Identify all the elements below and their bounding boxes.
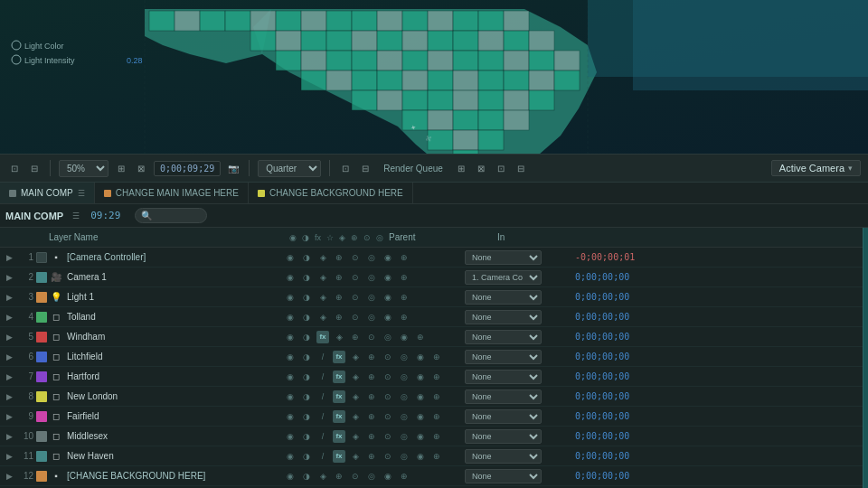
row-expand-9[interactable]: ▶: [4, 432, 14, 441]
svg-rect-16: [453, 11, 478, 31]
row-in-time-7: 0;00;00;00: [570, 391, 660, 401]
svg-rect-29: [504, 31, 529, 51]
sw-chain-7: ⊕: [430, 390, 443, 403]
svg-rect-30: [529, 31, 554, 51]
toolbar-icon-3[interactable]: ⊞: [114, 161, 128, 175]
switch-icon-6-4: ◈: [349, 371, 362, 383]
svg-rect-59: [478, 90, 504, 110]
table-row[interactable]: ▶ 10 ◻ Middlesex ◉◑/fx◈⊕⊙◎ ◉ ⊕ None 0;00…: [0, 427, 868, 446]
switch-icon-3: fx: [315, 233, 321, 242]
svg-rect-13: [377, 11, 402, 31]
toolbar-camera-icon[interactable]: 📷: [226, 161, 241, 175]
toolbar-icon-5[interactable]: ⊡: [338, 161, 353, 175]
row-expand-0[interactable]: ▶: [4, 253, 14, 262]
switch-icon-0-1: ◑: [300, 251, 313, 264]
tab-change-background[interactable]: CHANGE BACKGROUND HERE: [249, 183, 413, 203]
row-switches-8: ◉◑/fx◈⊕⊙◎ ◉ ⊕: [280, 410, 461, 423]
row-color-11: [36, 471, 47, 482]
svg-rect-22: [326, 31, 352, 51]
switch-icon-7: ⊙: [363, 233, 371, 242]
parent-select-4[interactable]: None: [465, 330, 542, 344]
tab-main-comp[interactable]: MAIN COMP ☰: [0, 183, 95, 203]
toolbar-icon-4[interactable]: ⊠: [134, 161, 148, 175]
table-row[interactable]: ▶ 2 🎥 Camera 1 ◉◑◈⊕⊙◎ ◉ ⊕ 1. Camera Co… …: [0, 267, 868, 287]
svg-text:Light Intensity: Light Intensity: [24, 56, 75, 65]
row-in-time-6: 0;00;00;00: [570, 371, 660, 381]
parent-select-9[interactable]: None: [465, 429, 542, 444]
parent-select-0[interactable]: None: [465, 250, 542, 265]
parent-select-2[interactable]: None: [465, 290, 542, 305]
row-num-8: 9: [17, 411, 33, 421]
row-expand-8[interactable]: ▶: [4, 412, 14, 421]
row-expand-6[interactable]: ▶: [4, 372, 14, 381]
table-row[interactable]: ▶ 3 💡 Light 1 ◉◑◈⊕⊙◎ ◉ ⊕ None 0;00;00;00: [0, 287, 868, 307]
row-expand-7[interactable]: ▶: [4, 392, 14, 401]
row-expand-3[interactable]: ▶: [4, 313, 14, 322]
toolbar-icon-9[interactable]: ⊡: [494, 161, 508, 175]
parent-select-3[interactable]: None: [465, 310, 542, 324]
row-expand-2[interactable]: ▶: [4, 293, 14, 302]
tab-color-change-bg: [258, 190, 265, 197]
tab-change-main-image[interactable]: CHANGE MAIN IMAGE HERE: [95, 183, 249, 203]
parent-select-8[interactable]: None: [465, 409, 542, 424]
parent-select-5[interactable]: None: [465, 350, 542, 364]
table-row[interactable]: ▶ 1 ▪ [Camera Controller] ◉◑◈⊕⊙◎ ◉ ⊕ Non…: [0, 248, 868, 267]
row-left-4: ▶ 5 ◻ Windham: [0, 331, 280, 343]
row-expand-5[interactable]: ▶: [4, 352, 14, 361]
switch-icon-0-7: ◎: [365, 251, 378, 264]
toolbar-icon-7[interactable]: ⊞: [454, 161, 468, 175]
parent-select-11[interactable]: None: [465, 469, 542, 483]
svg-rect-38: [453, 51, 478, 70]
table-row[interactable]: ▶ 9 ◻ Fairfield ◉◑/fx◈⊕⊙◎ ◉ ⊕ None 0;00;…: [0, 407, 868, 427]
tab-color-main: [9, 190, 16, 197]
sw-shape-4: ◉: [398, 331, 410, 343]
svg-rect-64: [453, 110, 478, 130]
switch-icon-6-0: ◉: [284, 371, 297, 383]
col-label-parent: Parent: [389, 232, 497, 242]
toolbar-divider-1: [50, 160, 51, 176]
table-row[interactable]: ▶ 12 ▪ [CHANGE BACKGROUND HERE] ◉◑◈⊕⊙◎ ◉…: [0, 466, 868, 486]
toolbar-icon-10[interactable]: ⊟: [514, 161, 528, 175]
row-expand-1[interactable]: ▶: [4, 273, 14, 282]
switch-icon-8-5: ⊕: [365, 410, 378, 423]
switch-icon-8-4: ◈: [349, 410, 362, 423]
active-camera-button[interactable]: Active Camera ▾: [771, 160, 861, 176]
row-expand-11[interactable]: ▶: [4, 472, 14, 481]
toolbar-icon-6[interactable]: ⊟: [358, 161, 373, 175]
parent-select-7[interactable]: None: [465, 389, 542, 404]
table-row[interactable]: ▶ 11 ◻ New Haven ◉◑/fx◈⊕⊙◎ ◉ ⊕ None 0;00…: [0, 446, 868, 466]
sw-chain-1: ⊕: [398, 271, 410, 284]
svg-rect-43: [301, 70, 326, 90]
zoom-select[interactable]: 50% 100% 25%: [59, 160, 108, 177]
switch-icon-11-6: ⊙: [349, 470, 362, 483]
toolbar-icon-8[interactable]: ⊠: [474, 161, 488, 175]
svg-rect-25: [402, 31, 428, 51]
switch-fx-9-2: fx: [333, 430, 345, 443]
timeline-search-input[interactable]: [135, 208, 207, 223]
row-switches-9: ◉◑/fx◈⊕⊙◎ ◉ ⊕: [280, 430, 461, 443]
quality-select[interactable]: Quarter Half Full: [258, 160, 321, 177]
parent-select-10[interactable]: None: [465, 449, 542, 464]
table-row[interactable]: ▶ 8 ◻ New London ◉◑/fx◈⊕⊙◎ ◉ ⊕ None 0;00…: [0, 387, 868, 407]
sw-chain-8: ⊕: [430, 410, 443, 423]
svg-rect-32: [301, 51, 326, 70]
svg-rect-50: [478, 70, 504, 90]
parent-select-6[interactable]: None: [465, 370, 542, 384]
table-row[interactable]: ▶ 6 ◻ Litchfield ◉◑/fx◈⊕⊙◎ ◉ ⊕ None 0;00…: [0, 347, 868, 367]
render-queue-button[interactable]: Render Queue: [378, 162, 448, 175]
row-num-10: 11: [17, 451, 33, 461]
switch-icon-10-5: ⊕: [365, 450, 378, 463]
table-row[interactable]: ▶ 4 ◻ Tolland ◉◑◈⊕⊙◎ ◉ ⊕ None 0;00;00;00: [0, 307, 868, 327]
toolbar-icon-1[interactable]: ⊡: [7, 161, 22, 175]
switch-icon-9-5: ⊕: [365, 430, 378, 443]
toolbar-icon-2[interactable]: ⊟: [27, 161, 42, 175]
svg-rect-31: [276, 51, 301, 70]
parent-select-1[interactable]: 1. Camera Co… None: [465, 270, 542, 285]
row-expand-10[interactable]: ▶: [4, 452, 14, 461]
table-row[interactable]: ▶ 5 ◻ Windham ◉◑fx◈⊕⊙◎ ◉ ⊕ None 0;00;00;…: [0, 327, 868, 347]
toolbar-divider-3: [329, 160, 330, 176]
row-color-9: [36, 431, 47, 442]
table-row[interactable]: ▶ 7 ◻ Hartford ◉◑/fx◈⊕⊙◎ ◉ ⊕ None 0;00;0…: [0, 367, 868, 387]
row-in-time-9: 0;00;00;00: [570, 431, 660, 441]
row-expand-4[interactable]: ▶: [4, 333, 14, 342]
